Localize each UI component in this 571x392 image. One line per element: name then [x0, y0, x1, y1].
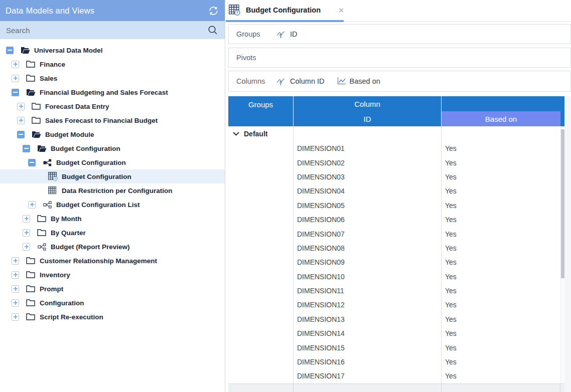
tree-item-label: Budget (Report Preview) — [51, 243, 130, 251]
expand-icon[interactable] — [12, 271, 19, 279]
table-row-dimension15[interactable]: DIMENSION15 Yes — [228, 340, 560, 354]
vertical-scrollbar[interactable] — [560, 126, 564, 383]
tree-item-by-quarter[interactable]: By Quarter — [0, 226, 225, 240]
tree-item-configuration[interactable]: Configuration — [0, 296, 225, 310]
expand-icon[interactable] — [23, 215, 30, 223]
table-row-dimension02[interactable]: DIMENSION02 Yes — [228, 155, 560, 169]
tree-item-label: Finance — [40, 61, 65, 68]
refresh-icon[interactable] — [207, 5, 219, 17]
table-row-dimension17[interactable]: DIMENSION17 Yes — [228, 369, 560, 383]
cell-column-id: DIMENSION15 — [294, 340, 442, 354]
table-row-dimension12[interactable]: DIMENSION12 Yes — [228, 298, 560, 312]
tree-item-inventory[interactable]: Inventory — [0, 268, 225, 282]
tree-item-prompt[interactable]: Prompt — [0, 282, 225, 296]
table-row-dimension01[interactable]: DIMENSION01 Yes — [228, 141, 560, 155]
header-cell-groups[interactable]: Groups — [228, 96, 294, 126]
expand-icon[interactable] — [12, 75, 19, 82]
tree-item-by-month[interactable]: By Month — [0, 212, 225, 226]
collapse-icon[interactable] — [17, 131, 25, 138]
tree-item-forecast-data-entry[interactable]: Forecast Data Entry — [0, 99, 225, 113]
cell-column-id: DIMENSION11 — [294, 284, 442, 298]
tree-item-budget-configuration-list[interactable]: Budget Configuration List — [0, 198, 225, 212]
tree-item-budget-configuration[interactable]: Budget Configuration — [0, 169, 225, 183]
cell-groups — [228, 284, 294, 298]
expand-icon[interactable] — [28, 201, 36, 209]
field-chip-column-id[interactable]: Column ID — [276, 77, 325, 86]
cell-groups — [228, 199, 294, 213]
expand-icon[interactable] — [12, 257, 19, 265]
cell-based-on: Yes — [442, 270, 560, 284]
cell-based-on: Yes — [442, 312, 560, 326]
tree-item-label: Script Re-execution — [40, 313, 103, 321]
tree-item-label: Sales — [40, 75, 57, 82]
tree-item-budget-module[interactable]: Budget Module — [0, 127, 225, 141]
tree-item-data-restriction-per-configuration[interactable]: Data Restriction per Configuration — [0, 183, 225, 198]
field-chip-id[interactable]: ID — [276, 30, 298, 39]
table-row-dimension16[interactable]: DIMENSION16 Yes — [228, 355, 560, 369]
group-row-default[interactable]: Default — [228, 126, 560, 141]
cell-groups — [228, 355, 294, 369]
collapse-icon[interactable] — [23, 145, 30, 152]
tree-item-universal-data-model[interactable]: Universal Data Model — [0, 43, 225, 57]
table-row-dimension09[interactable]: DIMENSION09 Yes — [228, 255, 560, 269]
table-row-dimension08[interactable]: DIMENSION08 Yes — [228, 241, 560, 255]
chevron-down-icon[interactable] — [233, 132, 239, 136]
header-cell-column-id[interactable]: Column ID — [294, 96, 442, 126]
table-row-dimension13[interactable]: DIMENSION13 Yes — [228, 312, 560, 326]
search-input[interactable] — [6, 26, 207, 35]
tree-item-financial-budgeting-and-sales-forecast[interactable]: Financial Budgeting and Sales Forecast — [0, 85, 225, 99]
cell-groups — [228, 312, 294, 326]
tree-item-script-re-execution[interactable]: Script Re-execution — [0, 310, 225, 324]
tree-item-budget-configuration[interactable]: Budget Configuration — [0, 155, 225, 169]
cell-column-id: DIMENSION07 — [294, 227, 442, 241]
pivots-dropzone[interactable]: Pivots — [228, 48, 571, 68]
scrollbar-thumb[interactable] — [561, 129, 564, 278]
tree-item-label: Budget Configuration — [56, 159, 126, 166]
groups-dropzone[interactable]: Groups ID — [228, 24, 571, 44]
columns-dropzone[interactable]: Columns Column ID Based on — [228, 71, 571, 92]
expand-icon[interactable] — [12, 313, 19, 321]
expand-icon[interactable] — [12, 61, 19, 68]
table-row-dimension06[interactable]: DIMENSION06 Yes — [228, 213, 560, 227]
table-row-dimension03[interactable]: DIMENSION03 Yes — [228, 170, 560, 184]
table-row-dimension04[interactable]: DIMENSION04 Yes — [228, 184, 560, 198]
cell-based-on: Yes — [442, 284, 560, 298]
expand-icon[interactable] — [12, 285, 19, 293]
search-icon[interactable] — [207, 24, 219, 36]
expand-icon[interactable] — [23, 243, 30, 251]
tab-budget-configuration[interactable]: Budget Configuration × — [229, 0, 344, 20]
table-row-dimension10[interactable]: DIMENSION10 Yes — [228, 270, 560, 284]
table-row-dimension07[interactable]: DIMENSION07 Yes — [228, 227, 560, 241]
expand-icon[interactable] — [17, 117, 25, 124]
collapse-icon[interactable] — [28, 159, 36, 166]
table-row-dimension11[interactable]: DIMENSION11 Yes — [228, 284, 560, 298]
field-chip-label: Column ID — [290, 77, 325, 85]
tree-item-budget-report-preview[interactable]: Budget (Report Preview) — [0, 240, 225, 254]
app-window: Data Models and Views Universal Data Mod… — [0, 0, 571, 392]
tree-item-sales-forecast-to-financial-budget[interactable]: Sales Forecast to Financial Budget — [0, 113, 225, 127]
close-icon[interactable]: × — [339, 6, 344, 15]
table-body: Default DIMENSION01 Yes DIMENSION02 Yes … — [228, 126, 560, 383]
cell-groups — [228, 255, 294, 269]
expand-icon[interactable] — [17, 103, 25, 110]
search-bar — [0, 21, 225, 39]
columns-chips: Column ID Based on — [276, 77, 380, 86]
tree-item-budget-configuration[interactable]: Budget Configuration — [0, 141, 225, 155]
tree-item-finance[interactable]: Finance — [0, 57, 225, 71]
tree-item-customer-relationship-management[interactable]: Customer Relationship Management — [0, 254, 225, 268]
tree-item-sales[interactable]: Sales — [0, 71, 225, 85]
expand-icon[interactable] — [12, 299, 19, 307]
expand-icon[interactable] — [23, 229, 30, 237]
header-cell-based-on[interactable]: Based on — [442, 96, 560, 126]
field-chip-based-on[interactable]: Based on — [337, 77, 380, 85]
table-row-dimension14[interactable]: DIMENSION14 Yes — [228, 326, 560, 340]
collapse-icon[interactable] — [6, 47, 14, 54]
table-row-dimension05[interactable]: DIMENSION05 Yes — [228, 199, 560, 213]
folder-closed-icon — [26, 73, 36, 83]
cell-based-on: Yes — [442, 241, 560, 255]
cell-groups — [228, 298, 294, 312]
model-outline-icon — [42, 200, 52, 210]
header-scrollbar-stub — [560, 96, 564, 126]
tree-item-label: Inventory — [40, 271, 70, 279]
collapse-icon[interactable] — [12, 89, 19, 96]
